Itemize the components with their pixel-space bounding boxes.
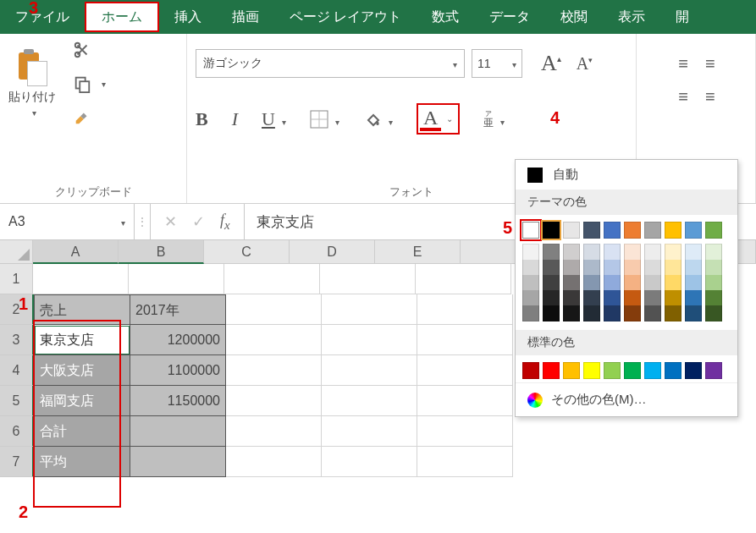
color-auto-button[interactable]: 自動 <box>516 160 737 190</box>
align-left-button[interactable]: ≡ <box>678 87 687 107</box>
tint-color-swatch[interactable] <box>705 305 722 321</box>
standard-color-swatch[interactable] <box>543 362 560 379</box>
theme-color-swatch[interactable] <box>624 222 641 239</box>
cell-C4[interactable] <box>226 355 322 386</box>
tab-data[interactable]: データ <box>474 0 545 34</box>
row-header-1[interactable]: 1 <box>0 264 33 294</box>
cell-B4[interactable]: 1100000 <box>130 355 226 386</box>
tint-color-swatch[interactable] <box>522 244 539 260</box>
cell-C7[interactable] <box>226 447 322 477</box>
tab-draw[interactable]: 描画 <box>217 0 274 34</box>
tint-color-swatch[interactable] <box>563 244 580 260</box>
tint-color-swatch[interactable] <box>685 244 702 260</box>
tint-color-swatch[interactable] <box>644 275 661 290</box>
tint-color-swatch[interactable] <box>563 260 580 275</box>
select-all-corner[interactable] <box>0 240 33 264</box>
tint-color-swatch[interactable] <box>665 305 682 321</box>
tint-color-swatch[interactable] <box>665 275 682 290</box>
paste-button[interactable]: 貼り付け <box>8 51 56 118</box>
cell-E1[interactable] <box>416 264 511 294</box>
cell-D2[interactable] <box>322 294 417 325</box>
tint-color-swatch[interactable] <box>583 305 600 321</box>
tint-color-swatch[interactable] <box>563 290 580 305</box>
tint-color-swatch[interactable] <box>644 305 661 321</box>
font-color-button[interactable]: A ⌄ <box>417 103 460 135</box>
col-header-B[interactable]: B <box>119 240 204 264</box>
standard-color-swatch[interactable] <box>583 362 600 379</box>
cell-C1[interactable] <box>224 264 320 294</box>
cell-B2[interactable]: 2017年 <box>130 294 226 325</box>
decrease-font-button[interactable]: A▾ <box>577 54 593 74</box>
standard-color-swatch[interactable] <box>665 362 682 379</box>
theme-color-swatch[interactable] <box>685 222 702 239</box>
format-painter-button[interactable] <box>73 108 106 127</box>
tint-color-swatch[interactable] <box>644 244 661 260</box>
cell-E4[interactable] <box>417 355 513 386</box>
tint-color-swatch[interactable] <box>624 290 641 305</box>
font-size-select[interactable]: 11 <box>472 49 522 78</box>
cell-C5[interactable] <box>226 386 322 416</box>
font-color-dropdown[interactable]: ⌄ <box>443 114 456 124</box>
tint-color-swatch[interactable] <box>522 260 539 275</box>
tint-color-swatch[interactable] <box>644 260 661 275</box>
cell-C6[interactable] <box>226 416 322 447</box>
tab-view[interactable]: 表示 <box>603 0 660 34</box>
cell-B5[interactable]: 1150000 <box>130 386 226 416</box>
tint-color-swatch[interactable] <box>685 305 702 321</box>
standard-color-swatch[interactable] <box>522 362 539 379</box>
cell-A1[interactable] <box>33 264 129 294</box>
tab-review[interactable]: 校閲 <box>545 0 603 34</box>
standard-color-swatch[interactable] <box>705 362 722 379</box>
bold-button[interactable]: B <box>196 108 208 130</box>
tint-color-swatch[interactable] <box>705 275 722 290</box>
cell-D5[interactable] <box>322 386 417 416</box>
cell-D1[interactable] <box>320 264 416 294</box>
tint-color-swatch[interactable] <box>543 244 560 260</box>
cell-E7[interactable] <box>417 447 513 477</box>
col-header-C[interactable]: C <box>204 240 290 264</box>
name-box[interactable]: A3 <box>0 204 135 239</box>
tint-color-swatch[interactable] <box>604 260 621 275</box>
cell-B7[interactable] <box>130 447 226 477</box>
tint-color-swatch[interactable] <box>522 275 539 290</box>
tint-color-swatch[interactable] <box>685 275 702 290</box>
align-middle-button[interactable]: ≡ <box>705 54 714 74</box>
cell-A6[interactable]: 合計 <box>34 416 130 447</box>
theme-color-swatch[interactable] <box>543 222 560 239</box>
increase-font-button[interactable]: A▴ <box>541 51 561 76</box>
cell-C3[interactable] <box>226 325 322 355</box>
tint-color-swatch[interactable] <box>543 275 560 290</box>
tint-color-swatch[interactable] <box>543 305 560 321</box>
copy-button[interactable] <box>73 74 106 93</box>
cell-E2[interactable] <box>417 294 513 325</box>
align-center-button[interactable]: ≡ <box>705 87 714 107</box>
cell-A7[interactable]: 平均 <box>34 447 130 477</box>
theme-color-swatch[interactable] <box>563 222 580 239</box>
name-box-handle[interactable]: ⋮ <box>135 204 151 239</box>
tint-color-swatch[interactable] <box>705 244 722 260</box>
borders-button[interactable] <box>310 108 339 130</box>
font-name-select[interactable]: 游ゴシック <box>196 49 465 78</box>
standard-color-swatch[interactable] <box>604 362 621 379</box>
row-header-3[interactable]: 3 <box>0 325 34 355</box>
tab-insert[interactable]: 挿入 <box>159 0 217 34</box>
cell-A2[interactable]: 売上 <box>34 294 130 325</box>
theme-color-swatch[interactable] <box>583 222 600 239</box>
standard-color-swatch[interactable] <box>644 362 661 379</box>
cell-A3[interactable]: 東京支店 <box>34 325 130 355</box>
theme-color-swatch[interactable] <box>665 222 682 239</box>
tab-home[interactable]: ホーム <box>85 2 159 32</box>
tint-color-swatch[interactable] <box>624 260 641 275</box>
cell-A4[interactable]: 大阪支店 <box>34 355 130 386</box>
col-header-A[interactable]: A <box>33 240 119 264</box>
phonetic-button[interactable]: ア亜 <box>483 108 505 130</box>
cell-B3[interactable]: 1200000 <box>130 325 226 355</box>
tint-color-swatch[interactable] <box>604 244 621 260</box>
fx-button[interactable]: fx <box>220 212 230 233</box>
theme-color-swatch[interactable] <box>705 222 722 239</box>
col-header-D[interactable]: D <box>290 240 375 264</box>
cell-B6[interactable] <box>130 416 226 447</box>
row-header-2[interactable]: 2 <box>0 294 34 325</box>
align-top-button[interactable]: ≡ <box>678 54 687 74</box>
row-header-5[interactable]: 5 <box>0 386 34 416</box>
